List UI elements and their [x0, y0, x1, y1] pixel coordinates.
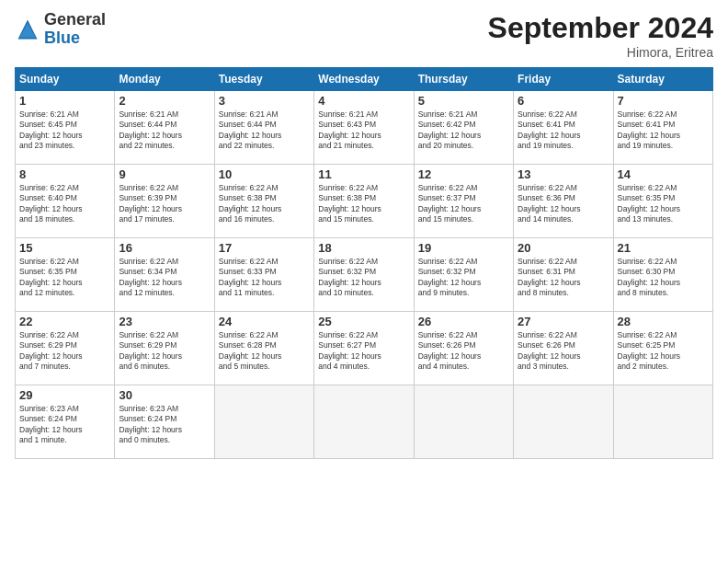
cell-details: Sunrise: 6:21 AMSunset: 6:45 PMDaylight:… — [19, 109, 110, 152]
day-number: 20 — [518, 241, 609, 255]
day-number: 10 — [219, 167, 310, 181]
logo-general-text: General — [44, 10, 106, 29]
day-number: 2 — [119, 94, 210, 108]
day-cell-22: 22Sunrise: 6:22 AMSunset: 6:29 PMDayligh… — [16, 312, 115, 385]
day-number: 9 — [119, 167, 210, 181]
empty-cell — [314, 385, 414, 459]
day-cell-29: 29Sunrise: 6:23 AMSunset: 6:24 PMDayligh… — [16, 385, 115, 459]
day-number: 14 — [618, 167, 709, 181]
cell-details: Sunrise: 6:22 AMSunset: 6:29 PMDaylight:… — [119, 330, 210, 373]
day-cell-26: 26Sunrise: 6:22 AMSunset: 6:26 PMDayligh… — [414, 312, 513, 385]
cell-details: Sunrise: 6:23 AMSunset: 6:24 PMDaylight:… — [19, 404, 110, 446]
cell-details: Sunrise: 6:23 AMSunset: 6:24 PMDaylight:… — [119, 404, 210, 446]
day-cell-8: 8Sunrise: 6:22 AMSunset: 6:40 PMDaylight… — [16, 165, 115, 238]
col-header-tuesday: Tuesday — [214, 68, 313, 91]
day-cell-1: 1Sunrise: 6:21 AMSunset: 6:45 PMDaylight… — [16, 91, 115, 165]
week-row-2: 8Sunrise: 6:22 AMSunset: 6:40 PMDaylight… — [16, 165, 713, 238]
month-title: September 2024 — [488, 11, 713, 45]
day-cell-30: 30Sunrise: 6:23 AMSunset: 6:24 PMDayligh… — [115, 385, 214, 459]
day-cell-28: 28Sunrise: 6:22 AMSunset: 6:25 PMDayligh… — [613, 312, 712, 385]
cell-details: Sunrise: 6:22 AMSunset: 6:35 PMDaylight:… — [618, 183, 709, 225]
svg-marker-1 — [19, 23, 36, 38]
day-number: 3 — [219, 94, 310, 108]
day-cell-12: 12Sunrise: 6:22 AMSunset: 6:37 PMDayligh… — [414, 165, 513, 238]
day-cell-10: 10Sunrise: 6:22 AMSunset: 6:38 PMDayligh… — [214, 165, 313, 238]
day-cell-5: 5Sunrise: 6:21 AMSunset: 6:42 PMDaylight… — [414, 91, 513, 165]
day-cell-18: 18Sunrise: 6:22 AMSunset: 6:32 PMDayligh… — [314, 238, 414, 312]
cell-details: Sunrise: 6:22 AMSunset: 6:26 PMDaylight:… — [418, 330, 509, 373]
cell-details: Sunrise: 6:22 AMSunset: 6:32 PMDaylight:… — [418, 257, 509, 299]
cell-details: Sunrise: 6:22 AMSunset: 6:29 PMDaylight:… — [19, 330, 110, 373]
title-block: September 2024 Himora, Eritrea — [488, 11, 713, 60]
day-cell-17: 17Sunrise: 6:22 AMSunset: 6:33 PMDayligh… — [214, 238, 313, 312]
day-number: 22 — [19, 315, 110, 328]
day-number: 8 — [19, 167, 110, 181]
cell-details: Sunrise: 6:21 AMSunset: 6:44 PMDaylight:… — [119, 109, 210, 152]
day-number: 24 — [219, 315, 310, 328]
col-header-saturday: Saturday — [613, 68, 712, 91]
day-number: 13 — [518, 167, 609, 181]
day-number: 11 — [318, 167, 409, 181]
empty-cell — [214, 385, 313, 459]
col-header-monday: Monday — [115, 68, 214, 91]
cell-details: Sunrise: 6:22 AMSunset: 6:28 PMDaylight:… — [219, 330, 310, 373]
day-number: 17 — [219, 241, 310, 255]
day-number: 23 — [119, 315, 210, 328]
cell-details: Sunrise: 6:22 AMSunset: 6:33 PMDaylight:… — [219, 257, 310, 299]
day-number: 16 — [119, 241, 210, 255]
day-number: 4 — [318, 94, 409, 108]
day-number: 27 — [518, 315, 609, 328]
day-cell-6: 6Sunrise: 6:22 AMSunset: 6:41 PMDaylight… — [514, 91, 613, 165]
day-number: 5 — [418, 94, 509, 108]
day-cell-19: 19Sunrise: 6:22 AMSunset: 6:32 PMDayligh… — [414, 238, 513, 312]
cell-details: Sunrise: 6:22 AMSunset: 6:40 PMDaylight:… — [19, 183, 110, 225]
cell-details: Sunrise: 6:22 AMSunset: 6:41 PMDaylight:… — [618, 109, 709, 152]
logo-blue-text: Blue — [44, 29, 80, 47]
day-number: 6 — [518, 94, 609, 108]
cell-details: Sunrise: 6:22 AMSunset: 6:26 PMDaylight:… — [518, 330, 609, 373]
day-cell-7: 7Sunrise: 6:22 AMSunset: 6:41 PMDaylight… — [613, 91, 712, 165]
cell-details: Sunrise: 6:21 AMSunset: 6:43 PMDaylight:… — [318, 109, 409, 152]
cell-details: Sunrise: 6:22 AMSunset: 6:36 PMDaylight:… — [518, 183, 609, 225]
empty-cell — [414, 385, 513, 459]
day-number: 26 — [418, 315, 509, 328]
cell-details: Sunrise: 6:22 AMSunset: 6:35 PMDaylight:… — [19, 257, 110, 299]
day-number: 15 — [19, 241, 110, 255]
cell-details: Sunrise: 6:22 AMSunset: 6:38 PMDaylight:… — [318, 183, 409, 225]
week-row-1: 1Sunrise: 6:21 AMSunset: 6:45 PMDaylight… — [16, 91, 713, 165]
day-number: 30 — [119, 388, 210, 402]
day-cell-9: 9Sunrise: 6:22 AMSunset: 6:39 PMDaylight… — [115, 165, 214, 238]
day-cell-27: 27Sunrise: 6:22 AMSunset: 6:26 PMDayligh… — [514, 312, 613, 385]
header-row: SundayMondayTuesdayWednesdayThursdayFrid… — [16, 68, 713, 91]
cell-details: Sunrise: 6:22 AMSunset: 6:27 PMDaylight:… — [318, 330, 409, 373]
cell-details: Sunrise: 6:21 AMSunset: 6:44 PMDaylight:… — [219, 109, 310, 152]
day-number: 12 — [418, 167, 509, 181]
col-header-sunday: Sunday — [16, 68, 115, 91]
day-cell-20: 20Sunrise: 6:22 AMSunset: 6:31 PMDayligh… — [514, 238, 613, 312]
col-header-wednesday: Wednesday — [314, 68, 414, 91]
logo-icon — [15, 17, 40, 42]
day-number: 21 — [618, 241, 709, 255]
cell-details: Sunrise: 6:22 AMSunset: 6:39 PMDaylight:… — [119, 183, 210, 225]
day-cell-4: 4Sunrise: 6:21 AMSunset: 6:43 PMDaylight… — [314, 91, 414, 165]
empty-cell — [514, 385, 613, 459]
day-number: 18 — [318, 241, 409, 255]
col-header-friday: Friday — [514, 68, 613, 91]
cell-details: Sunrise: 6:22 AMSunset: 6:34 PMDaylight:… — [119, 257, 210, 299]
day-number: 29 — [19, 388, 110, 402]
day-cell-16: 16Sunrise: 6:22 AMSunset: 6:34 PMDayligh… — [115, 238, 214, 312]
day-cell-14: 14Sunrise: 6:22 AMSunset: 6:35 PMDayligh… — [613, 165, 712, 238]
cell-details: Sunrise: 6:21 AMSunset: 6:42 PMDaylight:… — [418, 109, 509, 152]
col-header-thursday: Thursday — [414, 68, 513, 91]
cell-details: Sunrise: 6:22 AMSunset: 6:31 PMDaylight:… — [518, 257, 609, 299]
week-row-3: 15Sunrise: 6:22 AMSunset: 6:35 PMDayligh… — [16, 238, 713, 312]
day-number: 7 — [618, 94, 709, 108]
cell-details: Sunrise: 6:22 AMSunset: 6:41 PMDaylight:… — [518, 109, 609, 152]
week-row-5: 29Sunrise: 6:23 AMSunset: 6:24 PMDayligh… — [16, 385, 713, 459]
day-number: 25 — [318, 315, 409, 328]
day-cell-2: 2Sunrise: 6:21 AMSunset: 6:44 PMDaylight… — [115, 91, 214, 165]
day-cell-15: 15Sunrise: 6:22 AMSunset: 6:35 PMDayligh… — [16, 238, 115, 312]
logo: General Blue — [15, 11, 106, 48]
cell-details: Sunrise: 6:22 AMSunset: 6:30 PMDaylight:… — [618, 257, 709, 299]
week-row-4: 22Sunrise: 6:22 AMSunset: 6:29 PMDayligh… — [16, 312, 713, 385]
